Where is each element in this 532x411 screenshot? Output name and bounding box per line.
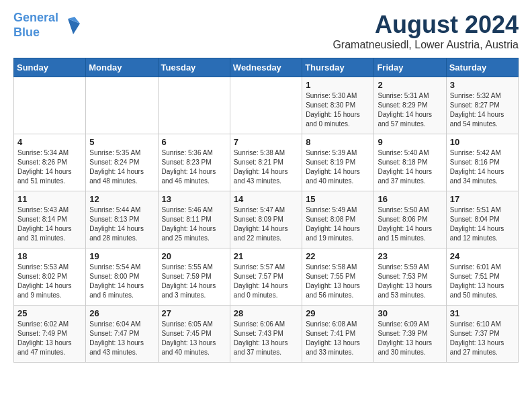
day-info: Sunrise: 5:53 AMSunset: 8:02 PMDaylight:… (17, 263, 82, 300)
day-info: Sunrise: 6:04 AMSunset: 7:47 PMDaylight:… (89, 320, 154, 357)
day-info: Sunrise: 6:01 AMSunset: 7:51 PMDaylight:… (450, 263, 515, 300)
day-info: Sunrise: 5:42 AMSunset: 8:16 PMDaylight:… (450, 148, 515, 186)
weekday-header-tuesday: Tuesday (158, 58, 230, 77)
calendar-cell: 17Sunrise: 5:51 AMSunset: 8:04 PMDayligh… (446, 191, 518, 248)
day-info: Sunrise: 5:55 AMSunset: 7:59 PMDaylight:… (162, 263, 226, 300)
day-number: 22 (306, 251, 370, 261)
calendar-cell: 5Sunrise: 5:35 AMSunset: 8:24 PMDaylight… (86, 134, 158, 191)
calendar-cell (14, 77, 86, 134)
day-number: 14 (234, 194, 298, 204)
day-info: Sunrise: 6:06 AMSunset: 7:43 PMDaylight:… (234, 320, 298, 357)
calendar-subtitle: Gramatneusiedl, Lower Austria, Austria (332, 39, 519, 51)
calendar-cell: 3Sunrise: 5:32 AMSunset: 8:27 PMDaylight… (446, 77, 518, 134)
calendar-cell (230, 77, 302, 134)
day-number: 8 (306, 137, 370, 147)
day-number: 2 (378, 80, 442, 90)
calendar-cell: 27Sunrise: 6:05 AMSunset: 7:45 PMDayligh… (158, 306, 230, 363)
day-number: 6 (162, 137, 226, 147)
day-info: Sunrise: 5:32 AMSunset: 8:27 PMDaylight:… (450, 91, 515, 129)
logo-icon (61, 15, 81, 36)
calendar-cell: 28Sunrise: 6:06 AMSunset: 7:43 PMDayligh… (230, 306, 302, 363)
weekday-row: SundayMondayTuesdayWednesdayThursdayFrid… (14, 58, 519, 77)
day-number: 3 (450, 80, 515, 90)
day-info: Sunrise: 5:51 AMSunset: 8:04 PMDaylight:… (450, 205, 515, 243)
logo-text: General Blue (13, 11, 58, 40)
calendar-cell: 14Sunrise: 5:47 AMSunset: 8:09 PMDayligh… (230, 191, 302, 248)
day-number: 19 (89, 251, 154, 261)
day-info: Sunrise: 5:54 AMSunset: 8:00 PMDaylight:… (89, 263, 154, 300)
day-number: 18 (17, 251, 82, 261)
calendar-cell: 8Sunrise: 5:39 AMSunset: 8:19 PMDaylight… (302, 134, 374, 191)
day-info: Sunrise: 5:35 AMSunset: 8:24 PMDaylight:… (89, 148, 154, 186)
calendar-cell: 20Sunrise: 5:55 AMSunset: 7:59 PMDayligh… (158, 248, 230, 306)
day-number: 16 (378, 194, 442, 204)
day-number: 25 (17, 308, 82, 318)
logo-general: General (13, 11, 58, 24)
day-info: Sunrise: 5:59 AMSunset: 7:53 PMDaylight:… (378, 263, 442, 300)
weekday-header-friday: Friday (374, 58, 446, 77)
calendar-cell: 21Sunrise: 5:57 AMSunset: 7:57 PMDayligh… (230, 248, 302, 306)
calendar-cell: 19Sunrise: 5:54 AMSunset: 8:00 PMDayligh… (86, 248, 158, 306)
day-info: Sunrise: 5:49 AMSunset: 8:08 PMDaylight:… (306, 205, 370, 243)
day-info: Sunrise: 5:58 AMSunset: 7:55 PMDaylight:… (306, 263, 370, 300)
week-row-5: 25Sunrise: 6:02 AMSunset: 7:49 PMDayligh… (14, 306, 519, 363)
day-info: Sunrise: 5:43 AMSunset: 8:14 PMDaylight:… (17, 205, 82, 243)
day-number: 13 (162, 194, 226, 204)
calendar-cell: 31Sunrise: 6:10 AMSunset: 7:37 PMDayligh… (446, 306, 518, 363)
weekday-header-monday: Monday (86, 58, 158, 77)
day-info: Sunrise: 6:02 AMSunset: 7:49 PMDaylight:… (17, 320, 82, 357)
day-number: 30 (378, 308, 442, 318)
day-number: 27 (162, 308, 226, 318)
day-number: 7 (234, 137, 298, 147)
calendar-header: SundayMondayTuesdayWednesdayThursdayFrid… (14, 58, 519, 77)
logo-blue: Blue (13, 26, 40, 39)
day-info: Sunrise: 6:08 AMSunset: 7:41 PMDaylight:… (306, 320, 370, 357)
calendar-cell: 1Sunrise: 5:30 AMSunset: 8:30 PMDaylight… (302, 77, 374, 134)
day-info: Sunrise: 5:31 AMSunset: 8:29 PMDaylight:… (378, 91, 442, 129)
calendar-cell: 12Sunrise: 5:44 AMSunset: 8:13 PMDayligh… (86, 191, 158, 248)
weekday-header-wednesday: Wednesday (230, 58, 302, 77)
day-info: Sunrise: 5:47 AMSunset: 8:09 PMDaylight:… (234, 205, 298, 243)
calendar-cell: 11Sunrise: 5:43 AMSunset: 8:14 PMDayligh… (14, 191, 86, 248)
day-info: Sunrise: 5:57 AMSunset: 7:57 PMDaylight:… (234, 263, 298, 300)
calendar-cell: 29Sunrise: 6:08 AMSunset: 7:41 PMDayligh… (302, 306, 374, 363)
day-info: Sunrise: 6:05 AMSunset: 7:45 PMDaylight:… (162, 320, 226, 357)
calendar-cell: 25Sunrise: 6:02 AMSunset: 7:49 PMDayligh… (14, 306, 86, 363)
calendar-cell: 24Sunrise: 6:01 AMSunset: 7:51 PMDayligh… (446, 248, 518, 306)
weekday-header-saturday: Saturday (446, 58, 518, 77)
day-info: Sunrise: 5:34 AMSunset: 8:26 PMDaylight:… (17, 148, 82, 186)
day-info: Sunrise: 6:09 AMSunset: 7:39 PMDaylight:… (378, 320, 442, 357)
day-info: Sunrise: 5:30 AMSunset: 8:30 PMDaylight:… (306, 91, 370, 129)
calendar-cell: 4Sunrise: 5:34 AMSunset: 8:26 PMDaylight… (14, 134, 86, 191)
calendar-cell: 16Sunrise: 5:50 AMSunset: 8:06 PMDayligh… (374, 191, 446, 248)
calendar-cell: 18Sunrise: 5:53 AMSunset: 8:02 PMDayligh… (14, 248, 86, 306)
day-info: Sunrise: 6:10 AMSunset: 7:37 PMDaylight:… (450, 320, 515, 357)
calendar-cell: 26Sunrise: 6:04 AMSunset: 7:47 PMDayligh… (86, 306, 158, 363)
week-row-2: 4Sunrise: 5:34 AMSunset: 8:26 PMDaylight… (14, 134, 519, 191)
week-row-4: 18Sunrise: 5:53 AMSunset: 8:02 PMDayligh… (14, 248, 519, 306)
calendar-cell: 7Sunrise: 5:38 AMSunset: 8:21 PMDaylight… (230, 134, 302, 191)
calendar-cell: 15Sunrise: 5:49 AMSunset: 8:08 PMDayligh… (302, 191, 374, 248)
day-number: 12 (89, 194, 154, 204)
day-number: 23 (378, 251, 442, 261)
calendar-cell: 23Sunrise: 5:59 AMSunset: 7:53 PMDayligh… (374, 248, 446, 306)
day-number: 31 (450, 308, 515, 318)
day-number: 21 (234, 251, 298, 261)
day-number: 29 (306, 308, 370, 318)
weekday-header-sunday: Sunday (14, 58, 86, 77)
page-header: General Blue August 2024 Gramatneusiedl,… (13, 11, 519, 51)
calendar-cell: 13Sunrise: 5:46 AMSunset: 8:11 PMDayligh… (158, 191, 230, 248)
weekday-header-thursday: Thursday (302, 58, 374, 77)
day-info: Sunrise: 5:44 AMSunset: 8:13 PMDaylight:… (89, 205, 154, 243)
calendar-title: August 2024 (332, 11, 519, 39)
calendar-cell: 6Sunrise: 5:36 AMSunset: 8:23 PMDaylight… (158, 134, 230, 191)
day-info: Sunrise: 5:39 AMSunset: 8:19 PMDaylight:… (306, 148, 370, 186)
week-row-1: 1Sunrise: 5:30 AMSunset: 8:30 PMDaylight… (14, 77, 519, 134)
logo: General Blue (13, 11, 81, 40)
day-number: 5 (89, 137, 154, 147)
calendar-table: SundayMondayTuesdayWednesdayThursdayFrid… (13, 58, 519, 363)
calendar-cell: 9Sunrise: 5:40 AMSunset: 8:18 PMDaylight… (374, 134, 446, 191)
day-number: 10 (450, 137, 515, 147)
calendar-cell: 22Sunrise: 5:58 AMSunset: 7:55 PMDayligh… (302, 248, 374, 306)
title-block: August 2024 Gramatneusiedl, Lower Austri… (332, 11, 519, 51)
